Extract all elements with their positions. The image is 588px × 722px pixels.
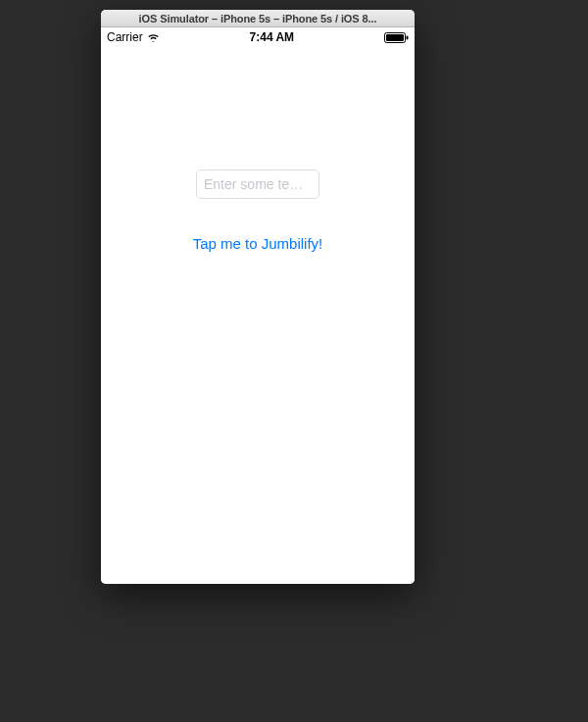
battery-icon [384,32,409,43]
mac-window-titlebar[interactable]: iOS Simulator – iPhone 5s – iPhone 5s / … [101,10,415,27]
svg-rect-1 [386,34,404,41]
carrier-label: Carrier [107,30,143,44]
phone-screen: Carrier 7:44 AM T [101,27,415,584]
window-title-text: iOS Simulator – iPhone 5s – iPhone 5s / … [139,13,377,24]
status-left: Carrier [107,30,160,44]
jumbilify-button[interactable]: Tap me to Jumbilify! [185,231,331,256]
ios-status-bar: Carrier 7:44 AM [101,27,415,47]
status-time: 7:44 AM [250,30,295,44]
svg-rect-2 [407,35,409,39]
wifi-icon [147,33,160,42]
status-right [384,32,409,43]
simulator-window: iOS Simulator – iPhone 5s – iPhone 5s / … [101,10,415,584]
text-input[interactable] [196,169,319,199]
app-content: Tap me to Jumbilify! [101,47,415,584]
